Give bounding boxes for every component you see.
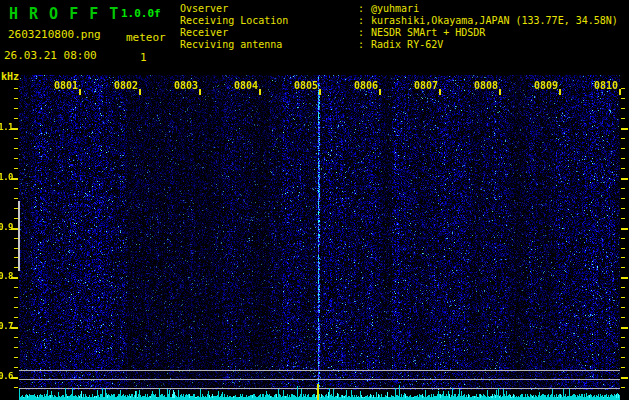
freq-tick-right	[621, 317, 625, 318]
freq-tick-left	[14, 307, 18, 308]
time-tick	[199, 89, 201, 95]
freq-tick-right	[621, 208, 625, 209]
freq-tick-left	[14, 148, 18, 149]
meteor-count: 1	[140, 51, 147, 64]
station-info-label: Receiving Location	[180, 15, 358, 27]
station-info-row: Recviving antenna:Radix RY-62V	[180, 39, 618, 51]
time-tick	[619, 89, 621, 95]
time-tick	[559, 89, 561, 95]
freq-tick-left	[14, 138, 18, 139]
freq-tick-right	[621, 347, 625, 348]
station-info-separator: :	[358, 3, 364, 15]
freq-label: 0.8	[0, 271, 13, 281]
time-tick	[379, 89, 381, 95]
freq-tick-left	[14, 248, 18, 249]
freq-tick-left	[14, 98, 18, 99]
time-label: 0805	[292, 80, 318, 91]
freq-tick-left	[14, 297, 18, 298]
freq-tick-right	[621, 218, 625, 219]
freq-tick-left	[14, 168, 18, 169]
freq-tick-left	[14, 387, 18, 388]
station-info-value: NESDR SMArt + HDSDR	[371, 27, 485, 39]
station-info-row: Ovserver:@yuhmari	[180, 3, 618, 15]
freq-tick-left	[14, 118, 18, 119]
freq-tick-right	[621, 238, 625, 239]
station-info-label: Recviving antenna	[180, 39, 358, 51]
freq-tick-left	[14, 317, 18, 318]
freq-tick-right	[621, 387, 625, 388]
spectrogram-canvas	[19, 75, 620, 400]
station-info-label: Receiver	[180, 27, 358, 39]
station-info-row: Receiving Location:kurashiki,Okayama,JAP…	[180, 15, 618, 27]
freq-tick-right	[621, 267, 625, 268]
freq-tick-right	[621, 327, 628, 329]
time-label: 0810	[592, 80, 618, 91]
time-tick	[139, 89, 141, 95]
freq-tick-right	[621, 168, 625, 169]
freq-tick-right	[621, 128, 628, 130]
time-label: 0808	[472, 80, 498, 91]
freq-tick-right	[621, 257, 625, 258]
time-label: 0806	[352, 80, 378, 91]
freq-tick-right	[621, 367, 625, 368]
hrofft-screen: H R O F F T 1.0.0f 2603210800.png meteor…	[0, 0, 629, 400]
freq-tick-left	[14, 208, 18, 209]
freq-tick-right	[621, 188, 625, 189]
mode-label: meteor	[126, 31, 166, 44]
freq-tick-left	[14, 238, 18, 239]
freq-tick-right	[621, 248, 625, 249]
freq-tick-right	[621, 287, 625, 288]
freq-label: 1.1	[0, 122, 13, 132]
freq-tick-right	[621, 98, 625, 99]
time-tick	[259, 89, 261, 95]
time-label: 0802	[112, 80, 138, 91]
app-title: H R O F F T	[9, 5, 119, 23]
station-info-value: Radix RY-62V	[371, 39, 443, 51]
app-version: 1.0.0f	[121, 7, 161, 20]
observation-datetime: 26.03.21 08:00	[4, 49, 97, 62]
time-label: 0807	[412, 80, 438, 91]
freq-tick-right	[621, 337, 625, 338]
time-label: 0801	[52, 80, 78, 91]
time-tick	[439, 89, 441, 95]
freq-tick-right	[621, 277, 628, 279]
freq-tick-right	[621, 228, 628, 230]
freq-tick-left	[14, 287, 18, 288]
freq-tick-left	[14, 158, 18, 159]
output-filename: 2603210800.png	[8, 28, 101, 41]
freq-tick-left	[14, 198, 18, 199]
station-info-separator: :	[358, 39, 364, 51]
freq-tick-left	[14, 218, 18, 219]
freq-tick-right	[621, 158, 625, 159]
freq-tick-left	[14, 267, 18, 268]
station-info-separator: :	[358, 15, 364, 27]
time-tick	[319, 89, 321, 95]
freq-tick-right	[621, 88, 625, 89]
freq-tick-left	[14, 337, 18, 338]
time-label: 0809	[532, 80, 558, 91]
freq-tick-right	[621, 108, 625, 109]
station-info-value: kurashiki,Okayama,JAPAN (133.77E, 34.58N…	[371, 15, 618, 27]
level-marker-line	[18, 201, 20, 271]
freq-tick-right	[621, 178, 628, 180]
frequency-axis-unit: kHz	[1, 71, 19, 82]
freq-tick-left	[14, 188, 18, 189]
freq-tick-right	[621, 138, 625, 139]
freq-tick-right	[621, 307, 625, 308]
station-info-separator: :	[358, 27, 364, 39]
station-info-block: Ovserver:@yuhmariReceiving Location:kura…	[180, 3, 618, 51]
freq-tick-right	[621, 118, 625, 119]
freq-tick-left	[14, 88, 18, 89]
freq-tick-left	[14, 367, 18, 368]
station-info-value: @yuhmari	[371, 3, 419, 15]
freq-label: 0.7	[0, 321, 13, 331]
freq-tick-left	[14, 257, 18, 258]
station-info-label: Ovserver	[180, 3, 358, 15]
time-tick	[499, 89, 501, 95]
freq-tick-left	[14, 357, 18, 358]
freq-label: 0.6	[0, 371, 13, 381]
freq-tick-right	[621, 148, 625, 149]
freq-label: 0.9	[0, 222, 13, 232]
time-label: 0803	[172, 80, 198, 91]
time-label: 0804	[232, 80, 258, 91]
